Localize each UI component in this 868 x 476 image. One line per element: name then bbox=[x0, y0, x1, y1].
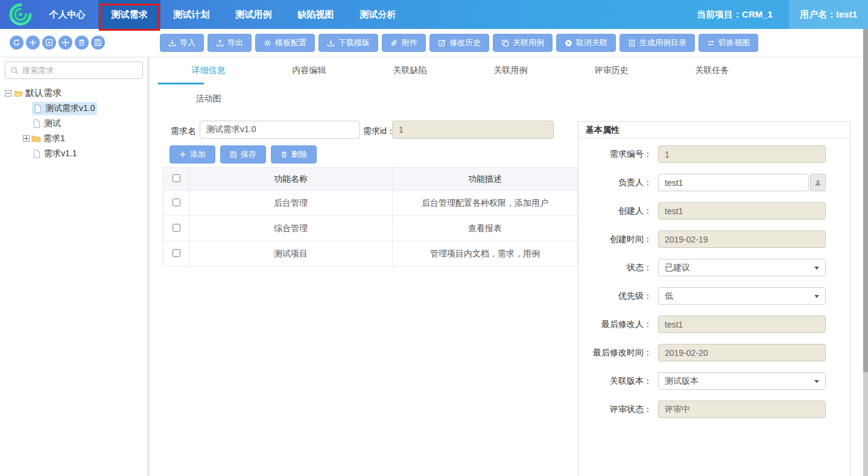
field-last-modified-time: 最后修改时间： bbox=[578, 344, 851, 361]
nav-item-personal-center[interactable]: 个人中心 bbox=[36, 0, 98, 29]
nav-item-test-plan[interactable]: 测试计划 bbox=[160, 0, 223, 29]
expand-expander-icon[interactable] bbox=[23, 135, 30, 142]
tab-linked-defects[interactable]: 关联缺陷 bbox=[360, 57, 460, 83]
template-config-button[interactable]: 模板配置 bbox=[255, 34, 315, 52]
import-button[interactable]: 导入 bbox=[160, 34, 204, 52]
function-desc-cell: 管理项目内文档，需求，用例 bbox=[393, 241, 578, 267]
last-modified-time-input bbox=[658, 344, 826, 361]
creator-input bbox=[658, 202, 826, 220]
row-checkbox[interactable] bbox=[173, 249, 180, 257]
function-desc-cell: 后台管理配置各种权限，添加用户 bbox=[393, 191, 578, 216]
save-button[interactable]: 保存 bbox=[220, 145, 266, 163]
search-input[interactable] bbox=[22, 66, 138, 75]
requirements-tree: 默认需求 测试需求v1.0 测试 需求1 需求v1.1 bbox=[5, 86, 144, 161]
requirement-name-input[interactable] bbox=[200, 121, 360, 139]
active-tab-underline bbox=[158, 83, 204, 84]
search-icon bbox=[10, 66, 19, 75]
attachment-button[interactable]: 附件 bbox=[382, 34, 426, 52]
search-box bbox=[5, 62, 143, 79]
cancel-link-icon bbox=[565, 39, 572, 47]
tab-linked-cases[interactable]: 关联用例 bbox=[460, 57, 561, 83]
column-header-function-desc: 功能描述 bbox=[393, 168, 578, 191]
add-icon[interactable] bbox=[26, 36, 40, 49]
delete-button[interactable]: 删除 bbox=[271, 145, 317, 163]
tab-review-history[interactable]: 评审历史 bbox=[561, 57, 662, 83]
tab-linked-tasks[interactable]: 关联任务 bbox=[662, 57, 762, 83]
tab-detail-info[interactable]: 详细信息 bbox=[158, 57, 259, 83]
expand-grid-icon[interactable] bbox=[42, 36, 56, 49]
owner-input[interactable] bbox=[658, 174, 809, 191]
pick-user-button[interactable] bbox=[810, 174, 826, 191]
linked-version-select[interactable]: 测试版本 bbox=[658, 372, 826, 390]
gear-icon bbox=[264, 39, 271, 47]
selected-tree-node[interactable]: 测试需求v1.0 bbox=[32, 102, 97, 115]
catalog-icon bbox=[628, 39, 636, 47]
tree-node[interactable]: 需求v1.1 bbox=[5, 146, 144, 161]
requirements-sidebar: 默认需求 测试需求v1.0 测试 需求1 需求v1.1 bbox=[0, 57, 147, 476]
table-header-row: 功能名称 功能描述 bbox=[163, 168, 578, 191]
tree-node[interactable]: 测试需求v1.0 bbox=[5, 101, 144, 116]
refresh-icon[interactable] bbox=[10, 36, 24, 49]
field-linked-version: 关联版本： 测试版本 bbox=[578, 372, 851, 390]
tree-node[interactable]: 测试 bbox=[5, 116, 144, 131]
import-icon bbox=[168, 39, 176, 47]
export-button[interactable]: 导出 bbox=[207, 34, 252, 52]
download-icon bbox=[327, 39, 335, 47]
function-name-cell: 综合管理 bbox=[189, 216, 393, 241]
export-icon bbox=[216, 39, 224, 47]
field-owner: 负责人： bbox=[578, 174, 851, 191]
column-header-function-name: 功能名称 bbox=[189, 168, 393, 191]
function-table: 功能名称 功能描述 后台管理 后台管理配置各种权限，添加用户 综合管理 查看报表… bbox=[163, 167, 578, 267]
table-row: 测试项目 管理项目内文档，需求，用例 bbox=[163, 241, 578, 267]
link-case-icon bbox=[501, 39, 509, 47]
chevron-down-icon bbox=[814, 295, 819, 298]
generate-case-catalog-button[interactable]: 生成用例目录 bbox=[619, 34, 695, 52]
collapse-expander-icon[interactable] bbox=[5, 90, 11, 97]
tab-content-edit[interactable]: 内容编辑 bbox=[259, 57, 360, 83]
row-checkbox[interactable] bbox=[173, 224, 180, 232]
edit-history-button[interactable]: 修改历史 bbox=[429, 34, 489, 52]
nav-item-test-case[interactable]: 测试用例 bbox=[223, 0, 285, 29]
trash-icon[interactable] bbox=[75, 36, 89, 49]
function-name-cell: 测试项目 bbox=[189, 241, 393, 267]
select-all-checkbox[interactable] bbox=[173, 174, 180, 182]
link-case-button[interactable]: 关联用例 bbox=[493, 34, 553, 52]
detail-tabs-row2: 活动图 bbox=[158, 87, 259, 109]
row-checkbox[interactable] bbox=[173, 198, 180, 206]
field-last-modifier: 最后修改人： bbox=[578, 316, 851, 333]
tree-node-root[interactable]: 默认需求 bbox=[5, 86, 144, 101]
switch-view-button[interactable]: 切换视图 bbox=[699, 34, 758, 52]
current-project-label: 当前项目：CRM_1 bbox=[689, 0, 780, 29]
file-icon bbox=[33, 104, 43, 113]
priority-select[interactable]: 低 bbox=[658, 287, 826, 305]
person-icon bbox=[814, 179, 822, 186]
folder-open-icon bbox=[13, 89, 23, 98]
add-button[interactable]: 添加 bbox=[169, 145, 215, 163]
vertical-scrollbar-thumb[interactable] bbox=[863, 29, 868, 372]
panel-title: 基本属性 bbox=[578, 122, 850, 138]
tree-node[interactable]: 需求1 bbox=[5, 131, 144, 146]
app-logo-icon bbox=[7, 2, 34, 27]
nav-item-test-requirements[interactable]: 测试需求 bbox=[98, 0, 160, 29]
detail-tabs-row1: 详细信息 内容编辑 关联缺陷 关联用例 评审历史 关联任务 bbox=[158, 57, 762, 83]
username-label[interactable]: 用户名：test1 bbox=[789, 0, 868, 29]
nav-item-defect-view[interactable]: 缺陷视图 bbox=[285, 0, 347, 29]
create-time-input bbox=[658, 230, 826, 248]
last-modifier-input bbox=[658, 316, 826, 333]
edit-history-icon bbox=[438, 39, 446, 47]
field-creator: 创建人： bbox=[578, 202, 851, 220]
chevron-down-icon bbox=[814, 267, 819, 270]
file-icon bbox=[32, 149, 42, 159]
folder-icon bbox=[31, 134, 41, 144]
requirement-id-input bbox=[392, 121, 554, 139]
tab-activity-diagram[interactable]: 活动图 bbox=[158, 87, 259, 109]
save-icon[interactable] bbox=[91, 36, 105, 49]
tree-toolbar bbox=[10, 36, 105, 49]
move-icon[interactable] bbox=[59, 36, 72, 49]
requirement-id-label: 需求id： bbox=[363, 122, 395, 140]
cancel-link-button[interactable]: 取消关联 bbox=[556, 34, 616, 52]
chevron-down-icon bbox=[814, 380, 819, 383]
download-template-button[interactable]: 下载模版 bbox=[318, 34, 378, 52]
status-select[interactable]: 已建议 bbox=[658, 259, 826, 276]
nav-item-test-analysis[interactable]: 测试分析 bbox=[347, 0, 409, 29]
